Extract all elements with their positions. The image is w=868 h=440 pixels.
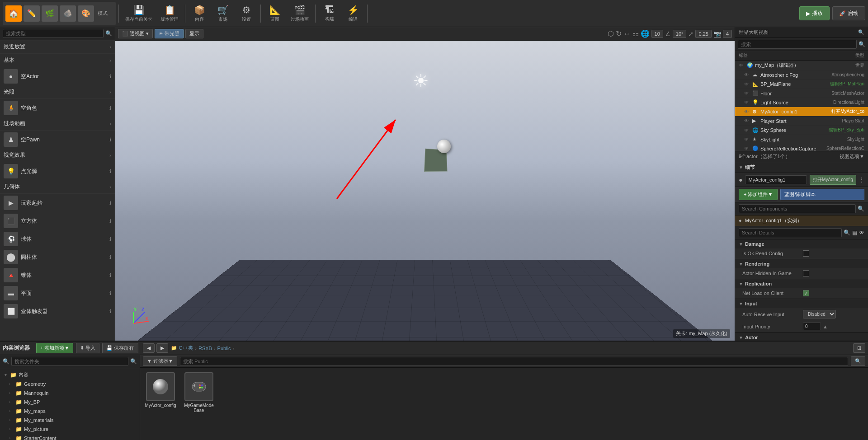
actor-box-trigger[interactable]: ⬜ 盒体触发器 ℹ — [0, 302, 115, 320]
grid-size-btn[interactable]: 10 — [651, 30, 663, 38]
folder-search-input[interactable] — [11, 357, 128, 366]
cutscene-btn[interactable]: 🎬 过场动画 — [287, 3, 312, 24]
add-new-btn[interactable]: + 添加新项▼ — [36, 343, 73, 353]
asset-myactor-config[interactable]: MyActor_config — [145, 372, 176, 413]
save-all-btn[interactable]: 💾 保存所有 — [102, 343, 138, 353]
is-ok-checkbox[interactable] — [803, 250, 809, 257]
folder-mypic[interactable]: › 📁 My_picture — [5, 425, 140, 434]
actor-empty-actor[interactable]: ● 空Actor ℹ — [0, 67, 115, 85]
outliner-row-sphere-reflect[interactable]: 👁 🔵 SphereReflectionCapture SphereReflec… — [735, 144, 868, 151]
folder-starter[interactable]: › 📁 StarterContent — [5, 434, 140, 440]
folder-geometry[interactable]: › 📁 Geometry — [5, 379, 140, 389]
actor-cone[interactable]: 🔺 锥体 ℹ — [0, 266, 115, 284]
show-btn[interactable]: 显示 — [185, 29, 203, 38]
input-priority-input[interactable] — [803, 323, 821, 330]
perspective-dropdown[interactable]: ⬛ 透视图 ▾ — [118, 29, 153, 38]
blueprint-btn[interactable]: 📐 蓝图 — [264, 3, 286, 24]
actor-plane[interactable]: ▬ 平面 ℹ — [0, 284, 115, 302]
mode-icon-4[interactable]: 🪨 — [60, 5, 76, 22]
category-lights[interactable]: 光照 › — [0, 85, 115, 99]
actor-empty-character[interactable]: 🧍 空角色 ℹ — [0, 99, 115, 117]
play-btn[interactable]: ▶ 播放 — [799, 6, 830, 20]
folder-mannequin[interactable]: › 📁 Mannequin — [5, 389, 140, 398]
actor-cube[interactable]: ⬛ 立方体 ℹ — [0, 212, 115, 230]
outliner-row-myactor[interactable]: 👁 ⚙ MyActor_config1 打开MyActor_co — [735, 107, 868, 117]
settings-btn[interactable]: ⚙ 设置 — [235, 3, 258, 24]
folder-content[interactable]: ▼ 📁 内容 — [0, 370, 140, 379]
folder-mymaps[interactable]: › 📁 My_maps — [5, 407, 140, 416]
breadcrumb-cpp[interactable]: C++类 — [179, 345, 193, 351]
outliner-row-playerstart[interactable]: 👁 ▶ Player Start PlayerStart — [735, 117, 868, 126]
outliner-search-input[interactable] — [738, 40, 857, 49]
rendering-section-header[interactable]: ▼ Rendering — [735, 259, 868, 268]
outliner-row-skylight[interactable]: 👁 ☀ SkyLight SkyLight — [735, 135, 868, 144]
outliner-row-atm[interactable]: 👁 ☁ Atmospheric Fog AtmosphericFog — [735, 70, 868, 80]
view-options-btn[interactable]: 视图选项▼ — [840, 153, 864, 160]
details-grid-icon[interactable]: ▦ — [852, 229, 857, 236]
search-details-input[interactable] — [739, 228, 842, 237]
build-btn[interactable]: 🏗 构建 — [318, 3, 341, 24]
damage-section-header[interactable]: ▼ Damage — [735, 239, 868, 248]
outliner-row-floor[interactable]: 👁 ⬛ Floor StaticMeshActor — [735, 89, 868, 98]
mode-icon-3[interactable]: 🌿 — [42, 5, 58, 22]
actor-point-light[interactable]: 💡 点光源 ℹ — [0, 162, 115, 180]
add-component-btn[interactable]: + 添加组件▼ — [739, 189, 778, 200]
folder-mymats[interactable]: › 📁 My_materials — [5, 416, 140, 425]
outliner-search-icon[interactable]: 🔍 — [858, 29, 864, 35]
content-btn[interactable]: 📦 内容 — [188, 3, 211, 24]
angle-btn[interactable]: 10° — [673, 30, 687, 38]
content-options-btn[interactable]: ⊞ — [853, 343, 865, 353]
breadcrumb-rsxb[interactable]: RSXB — [198, 346, 212, 351]
details-section-header[interactable]: ▼ 细节 — [735, 162, 868, 173]
asset-search-input[interactable] — [180, 357, 848, 366]
nav-back-btn[interactable]: ◀ — [143, 343, 155, 353]
version-btn[interactable]: 📋 版本管理 — [157, 3, 182, 24]
scene-sphere[interactable] — [437, 140, 451, 153]
category-visual-effects[interactable]: 视觉效果 › — [0, 149, 115, 162]
search-components-input[interactable] — [739, 204, 856, 213]
outliner-row-matplane[interactable]: 👁 📐 BP_MatPlane 编辑BP_MatPlan — [735, 80, 868, 89]
replication-section-header[interactable]: ▼ Replication — [735, 279, 868, 288]
import-btn[interactable]: ⬇ 导入 — [76, 343, 99, 353]
active-mode-icon[interactable]: 🏠 — [5, 5, 22, 22]
category-cutscene[interactable]: 过场动画 › — [0, 117, 115, 131]
market-btn[interactable]: 🛒 市场 — [212, 3, 234, 24]
asset-search-btn[interactable]: 🔍 — [851, 356, 865, 366]
asset-mygamemode[interactable]: MyGameModeBase — [183, 372, 215, 413]
save-current-level-btn[interactable]: 💾 保存当前关卡 — [122, 3, 156, 24]
net-load-checkbox[interactable]: ✓ — [803, 290, 809, 296]
compile-btn[interactable]: ⚡ 编译 — [342, 3, 364, 24]
lighting-btn[interactable]: ☀ 带光照 — [155, 29, 184, 38]
scale-btn[interactable]: 0.25 — [695, 30, 711, 38]
mode-icon-5[interactable]: 🎨 — [78, 5, 94, 22]
priority-stepper-up[interactable]: ▲ — [823, 324, 828, 329]
category-basic[interactable]: 基本 › — [0, 54, 115, 67]
actor-player-start[interactable]: ▶ 玩家起始 ℹ — [0, 194, 115, 212]
auto-receive-select[interactable]: Disabled — [803, 310, 836, 318]
category-geometry[interactable]: 几何体 › — [0, 180, 115, 194]
filter-btn[interactable]: ▼ 过滤器▼ — [143, 356, 177, 366]
open-actor-btn[interactable]: 打开MyActor_config — [810, 175, 856, 185]
actor-search-input[interactable] — [3, 29, 104, 38]
launch-btn[interactable]: 🚀 启动 — [832, 6, 865, 20]
actor-section-header[interactable]: ▼ Actor — [735, 333, 868, 341]
details-extra-icon[interactable]: ⋮ — [859, 177, 864, 183]
details-eye-icon[interactable]: 👁 — [859, 229, 864, 236]
blueprint-add-script-btn[interactable]: 蓝图/添加脚本 — [780, 189, 864, 200]
breadcrumb-public[interactable]: Public — [217, 346, 231, 351]
actor-hidden-checkbox[interactable] — [803, 270, 809, 276]
outliner-row-light[interactable]: 👁 💡 Light Source DirectionalLight — [735, 98, 868, 107]
actor-name-input[interactable] — [745, 175, 807, 184]
outliner-row-skysphere[interactable]: 👁 🌐 Sky Sphere 编辑BP_Sky_Sph — [735, 126, 868, 135]
outliner-row-world[interactable]: 👁 🌍 my_Map（编辑器） 世界 — [735, 61, 868, 70]
input-section-header[interactable]: ▼ Input — [735, 299, 868, 308]
actor-sphere[interactable]: ⚽ 球体 ℹ — [0, 230, 115, 248]
mode-icon-2[interactable]: ✏️ — [24, 5, 40, 22]
category-recently-placed[interactable]: 最近放置 › — [0, 40, 115, 54]
folder-mybp[interactable]: › 📁 My_BP — [5, 398, 140, 407]
camera-speed-btn[interactable]: 4 — [723, 30, 732, 38]
nav-forward-btn[interactable]: ▶ — [156, 343, 168, 353]
actor-cylinder[interactable]: ⬤ 圆柱体 ℹ — [0, 248, 115, 266]
viewport-canvas[interactable]: ☀ X — [115, 41, 735, 341]
actor-empty-pawn[interactable]: ♟ 空Pawn ℹ — [0, 131, 115, 149]
